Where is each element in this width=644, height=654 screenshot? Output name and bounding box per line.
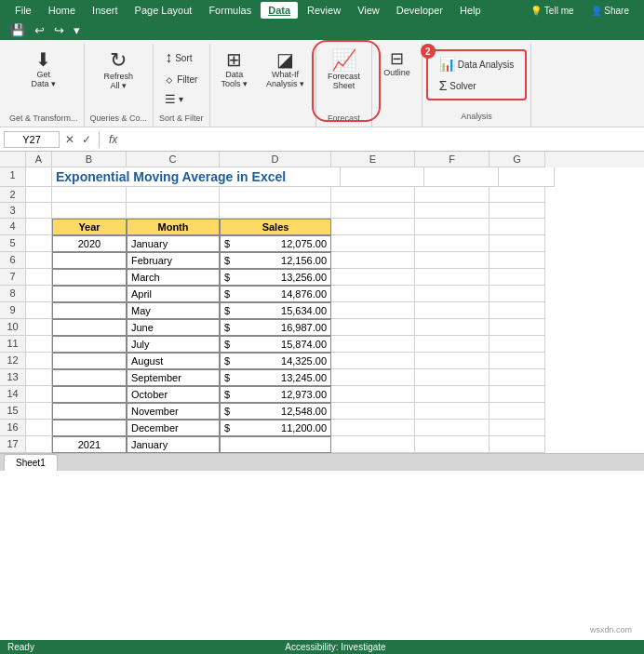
menu-home[interactable]: Home xyxy=(41,2,83,19)
cell-f1[interactable] xyxy=(424,167,499,187)
cell-d8[interactable]: $14,876.00 xyxy=(220,286,331,302)
cell-e15[interactable] xyxy=(331,403,415,420)
cell-e13[interactable] xyxy=(331,369,415,386)
cell-a16[interactable] xyxy=(26,420,52,436)
cell-b16[interactable] xyxy=(52,420,127,436)
col-header-c[interactable]: C xyxy=(127,152,220,167)
cell-e9[interactable] xyxy=(331,302,415,319)
cell-b15[interactable] xyxy=(52,403,127,420)
cell-d13[interactable]: $13,245.00 xyxy=(220,369,331,386)
confirm-formula-icon[interactable]: ✓ xyxy=(80,133,93,146)
cell-b9[interactable] xyxy=(52,302,127,319)
cell-g9[interactable] xyxy=(490,302,545,319)
cell-d14[interactable]: $12,973.00 xyxy=(220,386,331,403)
cell-f2[interactable] xyxy=(415,187,490,203)
cell-d10[interactable]: $16,987.00 xyxy=(220,319,331,336)
cell-f6[interactable] xyxy=(415,252,490,269)
cell-e2[interactable] xyxy=(331,187,415,203)
cell-g11[interactable] xyxy=(490,336,545,353)
data-analysis-button[interactable]: 📊 Data Analysis xyxy=(436,55,518,73)
cell-b2[interactable] xyxy=(52,187,127,203)
cell-f3[interactable] xyxy=(415,203,490,219)
cell-g1[interactable] xyxy=(499,167,555,187)
cell-f14[interactable] xyxy=(415,386,490,403)
cell-d16[interactable]: $11,200.00 xyxy=(220,420,331,436)
col-header-g[interactable]: G xyxy=(490,152,545,167)
menu-help[interactable]: Help xyxy=(452,2,489,19)
cell-f16[interactable] xyxy=(415,420,490,436)
refresh-all-button[interactable]: ↻ RefreshAll ▾ xyxy=(99,47,140,94)
cell-a5[interactable] xyxy=(26,235,52,252)
cell-d6[interactable]: $12,156.00 xyxy=(220,252,331,269)
cell-c7[interactable]: March xyxy=(127,269,220,286)
menu-view[interactable]: View xyxy=(350,2,387,19)
share-button[interactable]: 👤 Share xyxy=(584,3,637,19)
cell-c4-header[interactable]: Month xyxy=(127,219,220,235)
tell-me[interactable]: 💡 Tell me xyxy=(523,3,581,19)
cell-c9[interactable]: May xyxy=(127,302,220,319)
cell-b14[interactable] xyxy=(52,386,127,403)
cell-f7[interactable] xyxy=(415,269,490,286)
cell-f4[interactable] xyxy=(415,219,490,235)
cell-d7[interactable]: $13,256.00 xyxy=(220,269,331,286)
customize-qa-button[interactable]: ▾ xyxy=(71,22,83,38)
cell-g4[interactable] xyxy=(490,219,545,235)
cell-b17[interactable]: 2021 xyxy=(52,436,127,453)
cell-g12[interactable] xyxy=(490,353,545,369)
cell-b10[interactable] xyxy=(52,319,127,336)
cell-e10[interactable] xyxy=(331,319,415,336)
cell-b1[interactable]: Exponential Moving Average in Excel xyxy=(52,167,341,187)
cancel-formula-icon[interactable]: ✕ xyxy=(63,133,76,146)
cell-d4-header[interactable]: Sales xyxy=(220,219,331,235)
col-header-f[interactable]: F xyxy=(415,152,490,167)
advanced-filter-button[interactable]: ☰ ▾ xyxy=(161,90,201,108)
cell-a1[interactable] xyxy=(26,167,52,187)
cell-c16[interactable]: December xyxy=(127,420,220,436)
cell-f15[interactable] xyxy=(415,403,490,420)
cell-b7[interactable] xyxy=(52,269,127,286)
cell-e4[interactable] xyxy=(331,219,415,235)
cell-c3[interactable] xyxy=(127,203,220,219)
cell-c5[interactable]: January xyxy=(127,235,220,252)
cell-f5[interactable] xyxy=(415,235,490,252)
cell-b11[interactable] xyxy=(52,336,127,353)
cell-b6[interactable] xyxy=(52,252,127,269)
cell-g3[interactable] xyxy=(490,203,545,219)
cell-a11[interactable] xyxy=(26,336,52,353)
cell-reference[interactable] xyxy=(4,131,60,148)
cell-g13[interactable] xyxy=(490,369,545,386)
undo-qa-button[interactable]: ↩ xyxy=(32,22,47,38)
cell-f10[interactable] xyxy=(415,319,490,336)
cell-a14[interactable] xyxy=(26,386,52,403)
sheet-tab-1[interactable]: Sheet1 xyxy=(4,454,58,471)
cell-a12[interactable] xyxy=(26,353,52,369)
menu-formulas[interactable]: Formulas xyxy=(201,2,259,19)
menu-review[interactable]: Review xyxy=(300,2,348,19)
cell-b13[interactable] xyxy=(52,369,127,386)
cell-g17[interactable] xyxy=(490,436,545,453)
cell-a3[interactable] xyxy=(26,203,52,219)
menu-developer[interactable]: Developer xyxy=(389,2,450,19)
redo-qa-button[interactable]: ↪ xyxy=(51,22,67,38)
cell-f9[interactable] xyxy=(415,302,490,319)
cell-g16[interactable] xyxy=(490,420,545,436)
cell-g6[interactable] xyxy=(490,252,545,269)
cell-c15[interactable]: November xyxy=(127,403,220,420)
cell-c6[interactable]: February xyxy=(127,252,220,269)
cell-b12[interactable] xyxy=(52,353,127,369)
cell-e16[interactable] xyxy=(331,420,415,436)
cell-a15[interactable] xyxy=(26,403,52,420)
cell-e14[interactable] xyxy=(331,386,415,403)
cell-e5[interactable] xyxy=(331,235,415,252)
cell-d15[interactable]: $12,548.00 xyxy=(220,403,331,420)
sort-button[interactable]: ↕ Sort xyxy=(161,47,201,68)
cell-e1[interactable] xyxy=(341,167,424,187)
cell-g8[interactable] xyxy=(490,286,545,302)
cell-e12[interactable] xyxy=(331,353,415,369)
menu-page-layout[interactable]: Page Layout xyxy=(127,2,200,19)
formula-input[interactable] xyxy=(125,134,640,145)
cell-e11[interactable] xyxy=(331,336,415,353)
cell-g5[interactable] xyxy=(490,235,545,252)
cell-d11[interactable]: $15,874.00 xyxy=(220,336,331,353)
cell-a6[interactable] xyxy=(26,252,52,269)
